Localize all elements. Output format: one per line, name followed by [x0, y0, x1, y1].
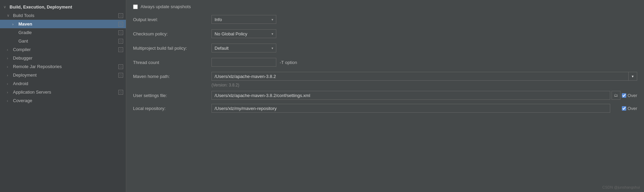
main-content: Always update snapshots Output level: In… — [126, 0, 644, 192]
user-settings-file-input[interactable] — [211, 91, 610, 100]
sidebar-label-gradle: Gradle — [18, 30, 32, 35]
sidebar-item-remote-jar-repositories[interactable]: › Remote Jar Repositories □ — [0, 62, 126, 71]
output-level-control: Info ▾ — [211, 15, 637, 24]
checksum-policy-label: Checksum policy: — [133, 31, 211, 36]
sidebar-item-gradle[interactable]: Gradle □ — [0, 28, 126, 37]
maven-home-path-input[interactable] — [211, 72, 628, 81]
local-repository-label: Local repository: — [133, 106, 211, 111]
expand-arrow-icon: › — [7, 82, 12, 86]
sidebar-icon-gradle: □ — [118, 30, 123, 35]
output-level-label: Output level: — [133, 17, 211, 22]
dropdown-arrow-icon: ▾ — [632, 74, 634, 79]
sidebar-icon-compiler: □ — [118, 47, 123, 52]
sidebar-item-build-execution-deployment[interactable]: ∨ Build, Execution, Deployment — [0, 3, 126, 11]
multiproject-policy-dropdown[interactable]: Default ▾ — [211, 44, 276, 52]
thread-count-row: Thread count -T option — [133, 58, 637, 67]
expand-arrow-icon: › — [12, 22, 17, 26]
thread-count-label: Thread count — [133, 60, 211, 65]
output-level-dropdown[interactable]: Info ▾ — [211, 15, 276, 24]
user-settings-override-text: Over — [628, 93, 637, 98]
sidebar-label-compiler: Compiler — [13, 47, 31, 52]
maven-home-path-label: Maven home path: — [133, 74, 211, 79]
multiproject-policy-control: Default ▾ — [211, 44, 637, 52]
maven-home-path-dropdown-btn[interactable]: ▾ — [628, 72, 637, 81]
sidebar-title: Build, Execution, Deployment — [10, 4, 72, 10]
t-option-label: -T option — [280, 60, 297, 65]
sidebar-label-coverage: Coverage — [13, 98, 32, 103]
thread-count-control: -T option — [211, 58, 637, 67]
sidebar-item-coverage[interactable]: › Coverage — [0, 96, 126, 105]
dropdown-arrow-icon: ▾ — [272, 46, 273, 50]
multiproject-policy-label: Multiproject build fail policy: — [133, 46, 211, 51]
user-settings-file-container: 🗂 Over — [211, 91, 637, 100]
sidebar-label-gant: Gant — [18, 38, 28, 44]
expand-arrow-icon: › — [7, 73, 12, 77]
expand-arrow-icon: › — [7, 56, 12, 60]
sidebar-label-build-tools: Build Tools — [13, 13, 34, 18]
sidebar-icon-remote-jar: □ — [118, 64, 123, 69]
expand-arrow-icon: › — [7, 48, 12, 52]
sidebar-icon-app-servers: □ — [118, 90, 123, 95]
sidebar-icon-gant: □ — [118, 39, 123, 44]
sidebar-item-application-servers[interactable]: › Application Servers □ — [0, 88, 126, 96]
sidebar-icon-build-tools: □ — [118, 13, 123, 18]
dropdown-arrow-icon: ▾ — [272, 32, 273, 36]
always-update-snapshots-row: Always update snapshots — [133, 4, 637, 9]
local-repository-input[interactable] — [211, 104, 610, 113]
multiproject-policy-row: Multiproject build fail policy: Default … — [133, 43, 637, 53]
maven-home-path-row: Maven home path: ▾ — [133, 72, 637, 81]
sidebar-item-build-tools[interactable]: ∨ Build Tools □ — [0, 11, 126, 20]
checksum-policy-value: No Global Policy — [215, 31, 247, 36]
checksum-policy-control: No Global Policy ▾ — [211, 29, 637, 38]
dropdown-arrow-icon: ▾ — [272, 18, 273, 21]
expand-arrow-icon: › — [7, 99, 12, 103]
multiproject-policy-value: Default — [215, 46, 229, 51]
maven-home-path-container: ▾ — [211, 72, 637, 81]
sidebar-label-debugger: Debugger — [13, 55, 32, 61]
sidebar: ∨ Build, Execution, Deployment ∨ Build T… — [0, 0, 126, 192]
expand-arrow-icon: ∨ — [3, 5, 8, 9]
local-repository-override-label: Over — [622, 106, 637, 111]
thread-count-input[interactable] — [211, 58, 276, 67]
sidebar-item-debugger[interactable]: › Debugger — [0, 54, 126, 62]
always-update-snapshots-checkbox[interactable] — [133, 4, 138, 9]
checksum-policy-row: Checksum policy: No Global Policy ▾ — [133, 29, 637, 38]
user-settings-folder-btn[interactable]: 🗂 — [612, 91, 620, 100]
sidebar-icon-deployment: □ — [118, 73, 123, 78]
sidebar-icon-maven: □ — [118, 22, 123, 27]
output-level-value: Info — [215, 17, 222, 22]
maven-version-text: (Version: 3.8.2) — [211, 83, 637, 87]
local-repository-override-text: Over — [628, 106, 637, 111]
checksum-policy-dropdown[interactable]: No Global Policy ▾ — [211, 29, 276, 38]
local-repository-override-checkbox[interactable] — [622, 106, 626, 111]
sidebar-item-maven[interactable]: › Maven □ — [0, 20, 126, 28]
sidebar-label-android: Android — [13, 81, 28, 86]
user-settings-file-row: User settings file: 🗂 Over — [133, 91, 637, 100]
always-update-snapshots-label: Always update snapshots — [141, 4, 191, 9]
sidebar-item-gant[interactable]: Gant □ — [0, 37, 126, 45]
user-settings-file-label: User settings file: — [133, 93, 211, 98]
sidebar-label-maven: Maven — [18, 21, 32, 27]
sidebar-item-android[interactable]: › Android — [0, 79, 126, 88]
expand-arrow-icon: › — [7, 90, 12, 94]
local-repository-row: Local repository: Over — [133, 104, 637, 113]
output-level-row: Output level: Info ▾ — [133, 15, 637, 24]
sidebar-label-remote-jar-repositories: Remote Jar Repositories — [13, 64, 62, 69]
sidebar-item-deployment[interactable]: › Deployment □ — [0, 71, 126, 79]
sidebar-label-deployment: Deployment — [13, 73, 36, 78]
expand-arrow-icon: › — [7, 65, 12, 69]
sidebar-item-compiler[interactable]: › Compiler □ — [0, 45, 126, 54]
folder-icon: 🗂 — [614, 93, 618, 98]
user-settings-override-checkbox[interactable] — [622, 93, 626, 98]
local-repository-container: Over — [211, 104, 637, 113]
user-settings-override-label: Over — [622, 93, 637, 98]
sidebar-label-application-servers: Application Servers — [13, 90, 51, 95]
expand-arrow-icon: ∨ — [7, 13, 12, 18]
